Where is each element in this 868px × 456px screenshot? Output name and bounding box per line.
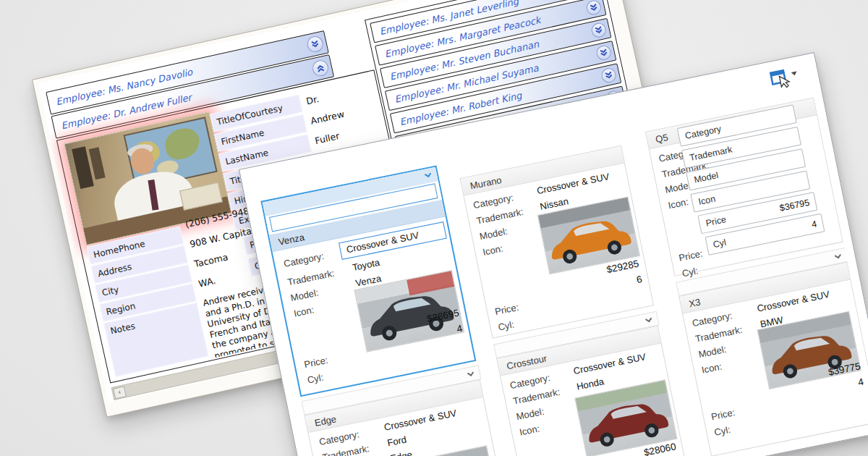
field-value[interactable]: Fuller bbox=[314, 130, 341, 146]
icon-label: Icon: bbox=[519, 423, 541, 437]
cyl-label: Cyl: bbox=[681, 265, 699, 279]
car-card-murano[interactable]: Murano Category: Crossover & SUV Tradema… bbox=[460, 145, 654, 339]
field-box-label: Cyl bbox=[712, 237, 727, 250]
double-chevron-down-icon bbox=[310, 39, 320, 49]
car-card-x3[interactable]: X3 Category: Crossover & SUV Trademark: … bbox=[678, 262, 868, 456]
customize-button[interactable] bbox=[769, 65, 801, 90]
field-value[interactable]: Tacoma bbox=[193, 251, 229, 269]
model-label: Model: bbox=[515, 406, 545, 422]
icon-label: Icon: bbox=[667, 196, 689, 211]
trademark-label: Trademark: bbox=[512, 387, 561, 407]
trademark-label: Trademark: bbox=[694, 324, 744, 345]
icon-label: Icon: bbox=[701, 360, 723, 375]
field-box-label: Category bbox=[684, 124, 723, 141]
cyl-label: Cyl: bbox=[307, 372, 325, 386]
field-value[interactable]: WA. bbox=[197, 275, 217, 290]
trademark-label: Trademark: bbox=[475, 206, 524, 227]
category-label: Category: bbox=[472, 192, 514, 211]
model-label: Model: bbox=[479, 226, 509, 242]
trademark-value[interactable]: Toyota bbox=[352, 257, 381, 273]
price-label: Price: bbox=[678, 248, 704, 263]
price-label: Price: bbox=[494, 302, 520, 317]
cyl-label: Cyl: bbox=[497, 319, 515, 333]
cyl-value: 4 bbox=[811, 219, 818, 229]
icon-label: Icon: bbox=[293, 304, 315, 318]
field-box-label: Price bbox=[705, 214, 727, 228]
model-label: Model: bbox=[697, 344, 727, 360]
trademark-value[interactable]: Ford bbox=[386, 434, 407, 448]
field-box-label: Icon bbox=[697, 194, 716, 207]
field-value[interactable]: Andrew bbox=[310, 109, 345, 127]
chevron-down-icon bbox=[833, 251, 843, 261]
price-label: Price: bbox=[710, 407, 736, 422]
double-chevron-up-icon bbox=[315, 63, 326, 73]
price-value: $36795 bbox=[779, 198, 811, 214]
trademark-value[interactable]: Honda bbox=[576, 376, 605, 392]
category-label: Category: bbox=[692, 310, 733, 329]
model-value[interactable]: Edge bbox=[389, 449, 413, 456]
customize-icon bbox=[769, 65, 801, 90]
price-label: Price: bbox=[303, 355, 329, 370]
cyl-label: Cyl: bbox=[713, 424, 731, 438]
chevron-down-icon bbox=[423, 170, 433, 180]
icon-label: Icon: bbox=[482, 243, 504, 258]
field-box-label: Model bbox=[693, 170, 719, 185]
chevron-down-icon bbox=[644, 315, 654, 325]
category-label: Category: bbox=[509, 372, 551, 391]
stage: Employee: Ms. Nancy Davolio Employee: Dr… bbox=[0, 0, 868, 456]
category-label: Category: bbox=[318, 428, 360, 447]
category-label: Category: bbox=[283, 250, 325, 269]
trademark-label: Trademark: bbox=[286, 268, 336, 288]
field-box-label: Trademark bbox=[689, 145, 733, 164]
car-card-venza[interactable]: Venza Category: Crossover & SUV Trademar… bbox=[260, 165, 476, 397]
scroll-left-button[interactable]: ‹ bbox=[113, 386, 127, 399]
field-value[interactable]: Dr. bbox=[305, 93, 320, 106]
model-label: Model: bbox=[289, 287, 319, 303]
chevron-down-icon bbox=[466, 369, 476, 379]
